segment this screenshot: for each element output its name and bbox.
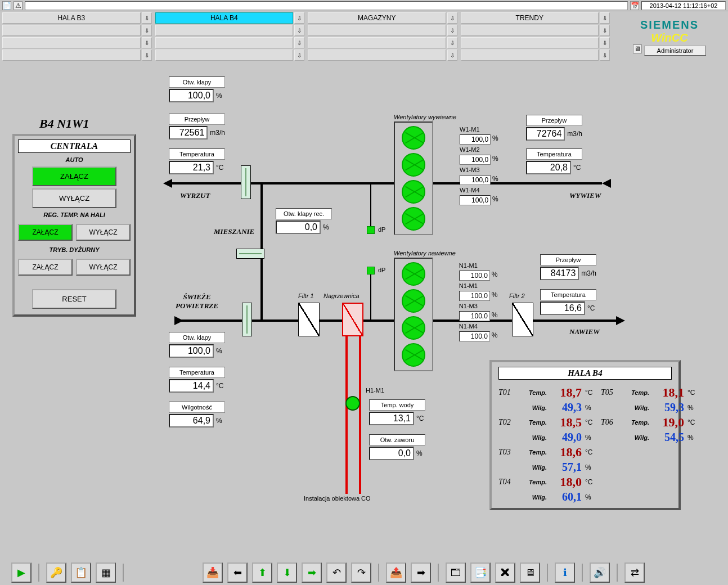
nav-empty[interactable] [155, 25, 294, 36]
label-wyrzut: WYRZUT [180, 191, 210, 200]
value: 72561 [169, 126, 208, 140]
dropdown-icon[interactable]: ⇩ [142, 50, 152, 61]
nav-area: HALA B3⇩ HALA B4⇩ MAGAZYNY⇩ TRENDY⇩ ⇩ ⇩ … [0, 11, 728, 63]
supply-damper-group: Otw. klapy 100,0% [169, 332, 225, 358]
dropdown-icon[interactable]: ⇩ [447, 25, 457, 36]
dropdown-icon[interactable]: ⇩ [600, 25, 610, 36]
import-icon[interactable]: 📥 [203, 562, 223, 583]
btn-reset[interactable]: RESET [32, 289, 116, 309]
play-icon[interactable]: ▶ [11, 562, 32, 583]
nav-empty[interactable] [155, 37, 294, 48]
dropdown-icon[interactable]: ⇩ [294, 50, 304, 61]
nav-empty[interactable] [308, 37, 446, 48]
copy-icon[interactable]: 📑 [470, 562, 491, 583]
info-icon[interactable]: ℹ [555, 562, 575, 583]
label-nagrzewnica: Nagrzewnica [323, 292, 359, 299]
tab-hala-b4[interactable]: HALA B4 [155, 12, 294, 24]
sensor-id: T06 [601, 418, 623, 427]
monitor-icon[interactable]: 🖥 [520, 562, 540, 583]
unit: % [492, 291, 498, 301]
damper-supply[interactable] [242, 303, 252, 336]
supply-humid-group: Wilgotność 64,9% [169, 402, 225, 428]
unit: °C [416, 415, 424, 422]
nav-empty[interactable] [2, 50, 141, 61]
label: Otw. klapy rec. [276, 208, 332, 219]
heater[interactable] [342, 303, 363, 336]
heater-valve: Otw. zaworu 0,0% [369, 434, 425, 460]
nav-empty[interactable] [2, 25, 141, 36]
pump-h1m1[interactable] [345, 396, 360, 411]
arrow-down-icon[interactable]: ⬇ [277, 562, 297, 583]
fan-val: 100,0 [459, 311, 490, 321]
dropdown-icon[interactable]: ⇩ [294, 12, 304, 24]
arrow-right-icon[interactable]: ➡ [302, 562, 322, 583]
filter-2[interactable] [512, 303, 533, 336]
filter-1[interactable] [298, 303, 320, 336]
dropdown-icon[interactable]: ⇩ [142, 25, 152, 36]
nav-empty[interactable] [2, 37, 141, 48]
dropdown-icon[interactable]: ⇩ [600, 50, 610, 61]
dp-line [370, 274, 371, 320]
label: Przepływ [540, 254, 596, 266]
nav-empty[interactable] [155, 50, 294, 61]
dropdown-icon[interactable]: ⇩ [600, 12, 610, 24]
swap-icon[interactable]: ⇄ [624, 562, 645, 583]
dropdown-icon[interactable]: ⇩ [447, 12, 457, 24]
windows-icon[interactable]: 🗔 [446, 562, 466, 583]
nav-empty[interactable] [461, 25, 599, 36]
grid-icon[interactable]: ▦ [96, 562, 116, 583]
dropdown-icon[interactable]: ⇩ [294, 37, 304, 48]
calendar-icon[interactable]: 📅 [630, 1, 639, 10]
arrow-right-alt-icon[interactable]: ➡ [411, 562, 431, 583]
unit: °C [585, 448, 597, 456]
damper-recirc[interactable] [236, 249, 264, 259]
list-icon[interactable]: 📋 [71, 562, 91, 583]
btn-duty-on[interactable]: ZAŁĄCZ [18, 259, 73, 276]
fan-icon [402, 180, 425, 204]
btn-off-main[interactable]: WYŁĄCZ [32, 188, 116, 208]
nav-empty[interactable] [461, 37, 599, 48]
humid-val: 59,3 [653, 401, 684, 414]
terminal-icon[interactable]: 🖥 [633, 44, 642, 53]
user-badge[interactable]: Administrator [644, 46, 706, 56]
export-icon[interactable]: 📤 [386, 562, 406, 583]
unit: % [492, 311, 498, 321]
arrow-up-icon[interactable]: ⬆ [252, 562, 272, 583]
btn-on-main[interactable]: ZAŁĄCZ [32, 166, 116, 186]
warning-icon[interactable]: ⚠ [14, 1, 23, 10]
dropdown-icon[interactable]: ⇩ [447, 37, 457, 48]
dropdown-icon[interactable]: ⇩ [142, 12, 152, 24]
redo-icon[interactable]: ↷ [351, 562, 371, 583]
heater-pipe [345, 336, 348, 494]
unit: % [492, 155, 498, 165]
tab-magazyny[interactable]: MAGAZYNY [308, 12, 446, 24]
fan-icon [402, 289, 425, 313]
dropdown-icon[interactable]: ⇩ [600, 37, 610, 48]
btn-duty-off[interactable]: WYŁĄCZ [76, 259, 131, 276]
btn-reg-on[interactable]: ZAŁĄCZ [18, 224, 73, 241]
sound-check-icon[interactable]: 🔊 [590, 562, 610, 583]
unit: % [585, 493, 597, 501]
dropdown-icon[interactable]: ⇩ [294, 25, 304, 36]
humid-val: 49,0 [550, 431, 582, 444]
nav-empty[interactable] [308, 50, 446, 61]
bottom-toolbar: ▶ 🔑 📋 ▦ 📥 ⬅ ⬆ ⬇ ➡ ↶ ↷ 📤 ➡ 🗔 📑 🗙 🖥 ℹ 🔊 ⇄ [0, 560, 728, 585]
delete-icon[interactable]: 🗙 [495, 562, 515, 583]
unit: °C [687, 389, 700, 397]
notes-icon[interactable]: 📄 [2, 1, 11, 10]
value: 14,4 [169, 379, 214, 393]
fan-val: 100,0 [460, 195, 491, 205]
tab-trendy[interactable]: TRENDY [461, 12, 599, 24]
key-icon[interactable]: 🔑 [46, 562, 66, 583]
undo-icon[interactable]: ↶ [326, 562, 347, 583]
nav-empty[interactable] [308, 25, 446, 36]
label: Otw. zaworu [369, 434, 425, 446]
dropdown-icon[interactable]: ⇩ [447, 50, 457, 61]
dp-line [370, 182, 371, 226]
btn-reg-off[interactable]: WYŁĄCZ [76, 224, 131, 241]
dropdown-icon[interactable]: ⇩ [142, 37, 152, 48]
tab-hala-b3[interactable]: HALA B3 [2, 12, 141, 24]
nav-empty[interactable] [461, 50, 599, 61]
arrow-left-icon[interactable]: ⬅ [227, 562, 248, 583]
damper-exhaust[interactable] [241, 165, 251, 199]
